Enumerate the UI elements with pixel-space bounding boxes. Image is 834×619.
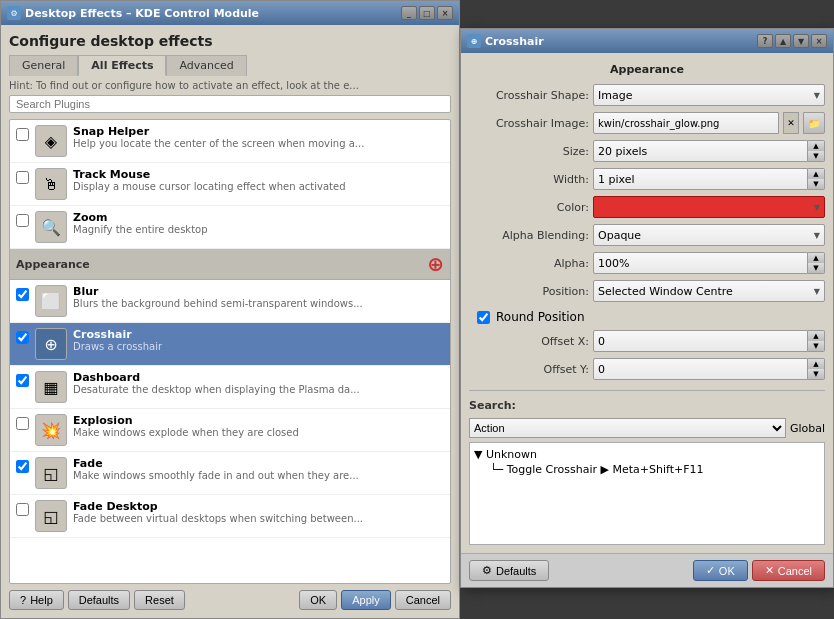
help-button[interactable]: ? Help <box>9 590 64 610</box>
offset-x-decrement-button[interactable]: ▼ <box>808 341 824 351</box>
snap-helper-checkbox[interactable] <box>16 128 29 141</box>
offset-x-increment-button[interactable]: ▲ <box>808 331 824 341</box>
alpha-label: Alpha: <box>469 257 589 270</box>
minimize-button[interactable]: _ <box>401 6 417 20</box>
action-select[interactable]: Action <box>469 418 786 438</box>
color-picker[interactable]: ▼ <box>593 196 825 218</box>
fade-desktop-checkbox[interactable] <box>16 503 29 516</box>
crosshair-shape-select[interactable]: Image ▼ <box>593 84 825 106</box>
position-label: Position: <box>469 285 589 298</box>
crosshair-checkbox[interactable] <box>16 331 29 344</box>
alpha-blending-row: Alpha Blending: Opaque ▼ <box>469 224 825 246</box>
main-titlebar: ⚙ Desktop Effects – KDE Control Module _… <box>1 1 459 25</box>
width-increment-button[interactable]: ▲ <box>808 169 824 179</box>
main-titlebar-buttons: _ □ × <box>401 6 453 20</box>
size-value[interactable]: 20 pixels <box>593 140 808 162</box>
zoom-checkbox[interactable] <box>16 214 29 227</box>
offset-x-value[interactable]: 0 <box>593 330 808 352</box>
alpha-decrement-button[interactable]: ▼ <box>808 263 824 273</box>
position-select[interactable]: Selected Window Centre ▼ <box>593 280 825 302</box>
blur-info: Blur Blurs the background behind semi-tr… <box>73 285 444 309</box>
crosshair-image-clear-button[interactable]: ✕ <box>783 112 799 134</box>
dialog-down-button[interactable]: ▼ <box>793 34 809 48</box>
dialog-bottom-bar: ⚙ Defaults ✓ OK ✕ Cancel <box>461 553 833 587</box>
dialog-defaults-button[interactable]: ⚙ Defaults <box>469 560 549 581</box>
offset-y-decrement-button[interactable]: ▼ <box>808 369 824 379</box>
alpha-increment-button[interactable]: ▲ <box>808 253 824 263</box>
width-label: Width: <box>469 173 589 186</box>
plugin-crosshair[interactable]: ⊕ Crosshair Draws a crosshair <box>10 323 450 366</box>
crosshair-info: Crosshair Draws a crosshair <box>73 328 444 352</box>
plugin-explosion: 💥 Explosion Make windows explode when th… <box>10 409 450 452</box>
plugin-blur: ⬜ Blur Blurs the background behind semi-… <box>10 280 450 323</box>
defaults-button[interactable]: Defaults <box>68 590 130 610</box>
track-mouse-checkbox[interactable] <box>16 171 29 184</box>
tab-all-effects[interactable]: All Effects <box>78 55 166 76</box>
size-decrement-button[interactable]: ▼ <box>808 151 824 161</box>
dashboard-checkbox[interactable] <box>16 374 29 387</box>
position-row: Position: Selected Window Centre ▼ <box>469 280 825 302</box>
dialog-close-button[interactable]: × <box>811 34 827 48</box>
search-input[interactable] <box>9 95 451 113</box>
ok-button[interactable]: OK <box>299 590 337 610</box>
dialog-up-button[interactable]: ▲ <box>775 34 791 48</box>
cancel-button[interactable]: Cancel <box>395 590 451 610</box>
color-row: Color: ▼ <box>469 196 825 218</box>
fade-desc: Make windows smoothly fade in and out wh… <box>73 470 444 481</box>
explosion-checkbox[interactable] <box>16 417 29 430</box>
crosshair-image-browse-button[interactable]: 📁 <box>803 112 825 134</box>
dialog-ok-button[interactable]: ✓ OK <box>693 560 748 581</box>
tree-arrow-icon: └─ <box>490 463 503 476</box>
plugin-fade-desktop: ◱ Fade Desktop Fade between virtual desk… <box>10 495 450 538</box>
width-decrement-button[interactable]: ▼ <box>808 179 824 189</box>
crosshair-shape-arrow-icon: ▼ <box>814 91 820 100</box>
crosshair-name: Crosshair <box>73 328 444 341</box>
apply-button[interactable]: Apply <box>341 590 391 610</box>
offset-x-spinbox: 0 ▲ ▼ <box>593 330 825 352</box>
size-label: Size: <box>469 145 589 158</box>
tab-advanced[interactable]: Advanced <box>166 55 246 76</box>
round-position-checkbox[interactable] <box>477 311 490 324</box>
defaults-icon: ⚙ <box>482 564 492 577</box>
offset-y-row: Offset Y: 0 ▲ ▼ <box>469 358 825 380</box>
crosshair-icon: ⊕ <box>35 328 67 360</box>
width-value[interactable]: 1 pixel <box>593 168 808 190</box>
reset-button[interactable]: Reset <box>134 590 185 610</box>
main-content: Configure desktop effects General All Ef… <box>1 25 459 618</box>
alpha-blending-select[interactable]: Opaque ▼ <box>593 224 825 246</box>
alpha-spin-buttons: ▲ ▼ <box>808 252 825 274</box>
appearance-label: Appearance <box>469 61 825 80</box>
width-spinbox: 1 pixel ▲ ▼ <box>593 168 825 190</box>
maximize-button[interactable]: □ <box>419 6 435 20</box>
size-increment-button[interactable]: ▲ <box>808 141 824 151</box>
blur-desc: Blurs the background behind semi-transpa… <box>73 298 444 309</box>
tree-arrow-right-icon: ▶ <box>601 463 613 476</box>
alpha-row: Alpha: 100% ▲ ▼ <box>469 252 825 274</box>
tab-general[interactable]: General <box>9 55 78 76</box>
offset-y-spin-buttons: ▲ ▼ <box>808 358 825 380</box>
plugin-track-mouse: 🖱 Track Mouse Display a mouse cursor loc… <box>10 163 450 206</box>
fade-info: Fade Make windows smoothly fade in and o… <box>73 457 444 481</box>
track-mouse-desc: Display a mouse cursor locating effect w… <box>73 181 444 192</box>
dialog-content: Appearance Crosshair Shape: Image ▼ Cros… <box>461 53 833 553</box>
offset-y-value[interactable]: 0 <box>593 358 808 380</box>
blur-checkbox[interactable] <box>16 288 29 301</box>
dialog-cancel-button[interactable]: ✕ Cancel <box>752 560 825 581</box>
fade-desktop-info: Fade Desktop Fade between virtual deskto… <box>73 500 444 524</box>
crosshair-shape-row: Crosshair Shape: Image ▼ <box>469 84 825 106</box>
crosshair-image-path[interactable]: kwin/crosshair_glow.png <box>593 112 779 134</box>
width-row: Width: 1 pixel ▲ ▼ <box>469 168 825 190</box>
offset-x-row: Offset X: 0 ▲ ▼ <box>469 330 825 352</box>
alpha-value[interactable]: 100% <box>593 252 808 274</box>
dialog-help-button[interactable]: ? <box>757 34 773 48</box>
snap-helper-info: Snap Helper Help you locate the center o… <box>73 125 444 149</box>
offset-y-increment-button[interactable]: ▲ <box>808 359 824 369</box>
explosion-info: Explosion Make windows explode when they… <box>73 414 444 438</box>
dialog-titlebar: ⊕ Crosshair ? ▲ ▼ × <box>461 29 833 53</box>
close-button[interactable]: × <box>437 6 453 20</box>
zoom-desc: Magnify the entire desktop <box>73 224 444 235</box>
fade-checkbox[interactable] <box>16 460 29 473</box>
plugin-dashboard: ▦ Dashboard Desaturate the desktop when … <box>10 366 450 409</box>
color-dropdown-arrow-icon: ▼ <box>814 203 820 212</box>
alpha-blending-arrow-icon: ▼ <box>814 231 820 240</box>
